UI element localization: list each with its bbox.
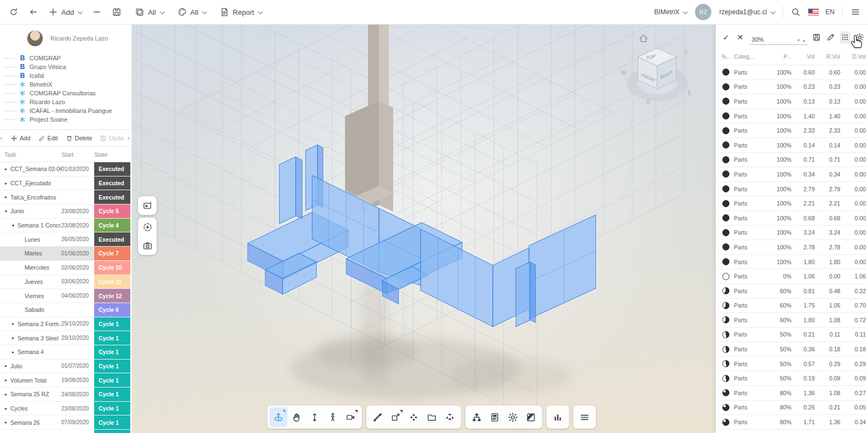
workspace-dropdown[interactable]: BIMetriX [654,8,687,16]
main-menu-button[interactable] [850,7,860,17]
parts-row[interactable]: Parts100%2.782.780.00 [718,240,866,255]
palette-filter-dropdown[interactable]: All [177,7,206,17]
parts-row[interactable]: Parts60%1.801.080.72 [718,313,866,328]
parts-row[interactable]: Parts50%0.360.180.18 [718,342,866,357]
parts-row[interactable]: Parts100%0.340.340.00 [718,167,866,182]
explode-button[interactable] [441,407,459,427]
expander-icon[interactable]: ▸ [3,406,9,411]
parts-row[interactable]: Parts100%0.600.600.00 [718,65,866,80]
expander-icon[interactable]: ▸ [3,420,9,425]
panel-next-button[interactable]: › [128,134,130,142]
transparency-spinner[interactable]: 30% ▾ ▴ [750,30,808,45]
task-row[interactable]: ▸Volumen Total19/08/2020Cycle 1 [0,373,131,388]
rvol-col-header[interactable]: R.Vol [815,53,841,60]
folder-button[interactable] [423,407,441,427]
gear-button[interactable] [504,407,522,427]
tree-item[interactable]: BGrupo Vésica [0,62,131,71]
task-row[interactable]: Miercoles02/06/2020Cycle 10 [0,261,131,275]
view-filter-dropdown[interactable]: All [135,7,164,17]
task-row[interactable]: ▸Semana 2707/09/2020Cycle 1 [0,430,131,433]
task-row[interactable]: ▸CCT_Semana 02-0601/03/2020Executed [0,162,131,176]
spinner-up-icon[interactable]: ▴ [802,38,806,43]
expander-icon[interactable]: ▾ [3,209,9,214]
task-update-button[interactable]: Upda [96,135,127,142]
viewport-3d[interactable]: W S E N TOP FRONT RIGHT [131,24,716,433]
dvol-col-header[interactable]: D.Vol [840,53,866,60]
tree-item[interactable]: Project Soane [0,115,131,124]
p-col-header[interactable]: P... [767,53,791,60]
tree-item[interactable]: BIcafal [0,71,131,80]
tree-item[interactable]: Ricardo Lazo [0,98,131,106]
task-row[interactable]: ▾Junio23/08/2020Cycle 5 [0,204,131,219]
parts-row[interactable]: Parts80%1.361.080.27 [718,386,866,401]
contrast-button[interactable] [522,407,540,427]
search-button[interactable] [791,7,801,17]
expander-icon[interactable]: ▸ [10,350,16,355]
expander-icon[interactable]: ▸ [3,363,9,368]
spinner-down-icon[interactable]: ▾ [796,38,801,43]
task-row[interactable]: Martes01/06/2020Cycle 7 [0,247,131,261]
parts-row[interactable]: Parts100%1.801.800.00 [718,255,866,270]
parts-row[interactable]: Parts100%3.243.240.00 [718,226,866,241]
orbit-button[interactable] [269,407,288,427]
navigation-cube[interactable]: W S E N TOP FRONT RIGHT [611,39,704,111]
column-settings-button[interactable] [855,32,865,43]
parts-row[interactable]: Parts80%1.541.230.31 [718,430,866,433]
account-dropdown[interactable]: rzepeda1@uc.cl [719,8,775,16]
snapshot-button[interactable] [138,236,157,255]
expander-icon[interactable]: ▸ [3,167,9,172]
parts-row[interactable]: Parts100%0.140.140.00 [718,138,866,153]
compass-east-label[interactable]: E [686,89,693,96]
task-row[interactable]: ▾Semana 1 Concr...23/08/2020Cycle 4 [0,219,131,233]
parts-row[interactable]: Parts100%2.212.210.00 [718,196,866,211]
task-row[interactable]: Jueves03/06/2020Cycle 11 [0,275,131,289]
view-cube[interactable] [638,48,676,89]
task-row[interactable]: ▸CCT_EjecutadoExecuted [0,176,131,191]
state-col-header[interactable]: State [94,151,131,158]
vol-col-header[interactable]: Vol [791,53,815,60]
task-row[interactable]: Lunes26/05/2020Executed [0,232,131,247]
expander-icon[interactable]: ▸ [3,392,9,397]
task-delete-button[interactable]: Delete [62,135,96,142]
task-row[interactable]: ▸Semana 25 RZ24/08/2020Cycle 1 [0,388,131,402]
task-row[interactable]: ▸Semana 2607/09/2020Cycle 1 [0,415,131,430]
close-button[interactable]: ✕ [735,32,745,43]
expander-icon[interactable]: ▾ [10,223,16,228]
task-row[interactable]: ▸Julio01/07/2020Cycle 1 [0,360,131,374]
edit-colors-button[interactable] [826,32,836,43]
pan-button[interactable] [288,407,306,427]
expander-icon[interactable]: ▸ [3,195,9,200]
parts-row[interactable]: Parts50%0.570.290.29 [718,357,866,372]
walk-button[interactable] [324,407,342,427]
apply-button[interactable]: ✓ [721,32,731,43]
parts-row[interactable]: Parts80%1.711.360.34 [718,415,866,430]
panel-prev-button[interactable]: ‹ [0,134,2,142]
properties-card-button[interactable] [486,407,504,427]
task-row[interactable]: ▸Semana 4Cycle 1 [0,345,131,360]
save-button[interactable] [812,32,821,43]
task-row[interactable]: ▸Semana 3 Steel29/10/2020Cycle 1 [0,331,131,345]
tree-item[interactable]: COMGRAP Consultorias [0,89,131,98]
parts-row[interactable]: Parts100%0.130.130.00 [718,94,866,109]
tree-item[interactable]: ICAFAL - Inmobiliaria Puangue [0,106,131,115]
bar-chart-button[interactable] [549,407,567,427]
refresh-button[interactable] [9,7,19,17]
play-animation-button[interactable] [138,218,157,236]
task-col-header[interactable]: Task [0,151,61,158]
parts-row[interactable]: Parts50%0.210.110.11 [718,328,866,343]
category-col-header[interactable]: Categ... [734,53,767,60]
compass-north-label[interactable]: N [683,48,689,56]
measure-button[interactable] [369,407,387,427]
section-box-button[interactable] [387,407,405,427]
tree-item[interactable]: BimetriX [0,80,131,89]
save-view-button[interactable] [112,7,122,17]
parts-row[interactable]: Parts80%0.260.210.05 [718,401,866,415]
report-dropdown[interactable]: Report [220,7,262,17]
video-camera-button[interactable] [342,407,360,427]
expander-icon[interactable]: ▸ [10,335,16,340]
task-row[interactable]: SabadoCycle 6 [0,303,131,317]
menu-button[interactable] [576,407,594,427]
expander-icon[interactable]: ▸ [3,181,9,186]
collapse-button[interactable] [92,7,102,17]
viewpoint-button[interactable] [138,196,157,215]
